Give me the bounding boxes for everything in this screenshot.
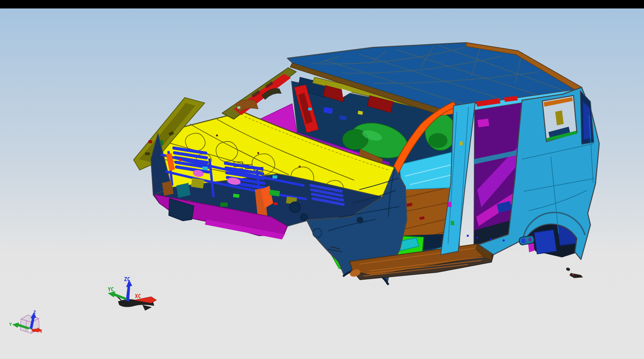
datum-x-label: X [40,329,42,334]
wcs-x-label: XC [135,293,141,299]
wcs-y-label: YC [108,287,114,293]
cad-application-window: ZC YC XC Z Y X [0,0,644,359]
wcs-z-label: ZC [124,276,130,282]
datum-y-label: Y [9,322,12,327]
quarter-window[interactable] [542,96,577,142]
top-bar [0,0,644,8]
wheelhouse-box1 [534,230,557,254]
datum-z-label: Z [33,310,36,315]
datum-origin-ball [28,329,32,333]
